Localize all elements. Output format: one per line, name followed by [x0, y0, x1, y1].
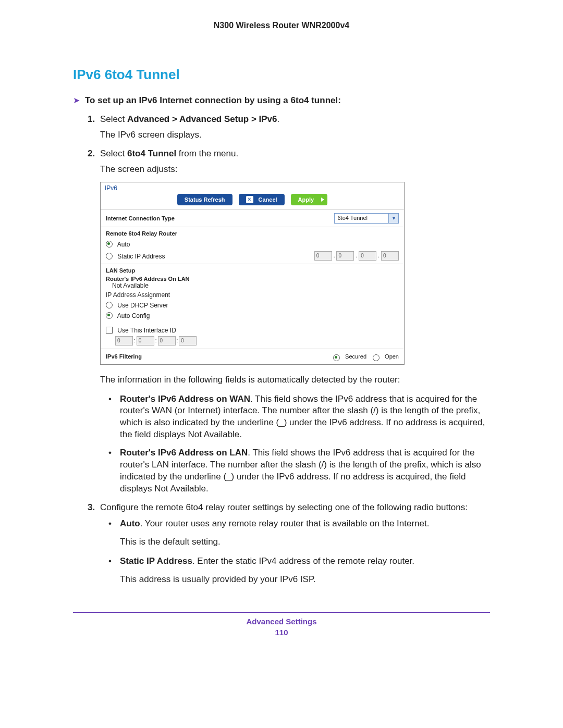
step-1: 1. Select Advanced > Advanced Setup > IP… — [88, 113, 490, 126]
step-number: 3. — [88, 501, 100, 514]
chevron-down-icon: ▾ — [388, 214, 398, 223]
intro-text: To set up an IPv6 Internet connection by… — [85, 95, 341, 106]
ip-octet-2[interactable]: 0 — [336, 251, 354, 261]
section-title: IPv6 6to4 Tunnel — [73, 67, 490, 83]
step1-bold: Advanced > Advanced Setup > IPv6 — [127, 114, 277, 124]
step1-sub: The IPv6 screen displays. — [100, 130, 490, 140]
step2-bold: 6to4 Tunnel — [127, 149, 176, 158]
apply-button[interactable]: Apply — [291, 194, 328, 205]
relay-static-label: Static IP Address — [117, 253, 165, 260]
after-panel-text: The information in the following fields … — [100, 374, 490, 386]
close-icon: × — [246, 196, 253, 203]
bullet-icon: • — [108, 393, 120, 441]
static-bold: Static IP Address — [120, 556, 192, 566]
step-number: 1. — [88, 113, 100, 126]
bullet-icon: • — [108, 518, 120, 530]
bullet-icon: • — [108, 447, 120, 495]
filter-open-label: Open — [385, 353, 399, 360]
chevron-right-icon — [321, 198, 324, 202]
ip-octet-1[interactable]: 0 — [314, 251, 332, 261]
bullet-icon: • — [108, 556, 120, 567]
iid-3[interactable]: 0 — [158, 336, 176, 346]
apply-label: Apply — [298, 196, 314, 203]
list-item: • Auto. Your router uses any remote rela… — [108, 518, 490, 530]
ip-octet-4[interactable]: 0 — [381, 251, 399, 261]
list-item: • Router's IPv6 Address on LAN. This fie… — [108, 447, 490, 495]
auto-sub: This is the default setting. — [120, 536, 490, 548]
relay-auto-label: Auto — [117, 241, 130, 248]
step1-pre: Select — [100, 114, 127, 124]
doc-header: N300 Wireless Router WNR2000v4 — [73, 21, 490, 30]
bullet-arrow-icon: ➤ — [73, 96, 80, 105]
lan-addr-bold: Router's IPv6 Address on LAN — [120, 448, 248, 458]
conn-type-select[interactable]: 6to4 Tunnel ▾ — [334, 213, 399, 224]
use-interface-id-checkbox[interactable] — [106, 327, 113, 334]
list-item: • Static IP Address. Enter the static IP… — [108, 556, 490, 567]
footer-page-number: 110 — [73, 628, 490, 637]
static-sub: This address is usually provided by your… — [120, 574, 490, 586]
ip-assign-label: IP Address Assignment — [106, 291, 399, 299]
step2-post: from the menu. — [176, 149, 238, 158]
lan-header: LAN Setup — [106, 267, 399, 274]
use-interface-id-label: Use This Interface ID — [117, 327, 176, 334]
footer-rule — [73, 612, 490, 613]
relay-auto-radio[interactable] — [106, 241, 113, 248]
auto-bold: Auto — [120, 519, 140, 528]
wan-addr-bold: Router's IPv6 Address on WAN — [120, 394, 250, 404]
conn-type-label: Internet Connection Type — [106, 215, 175, 221]
relay-header: Remote 6to4 Relay Router — [106, 230, 399, 237]
filter-secured-radio[interactable] — [333, 354, 340, 361]
lan-ipv6-addr-value: Not Available — [112, 282, 399, 289]
step2-pre: Select — [100, 149, 127, 158]
footer-section: Advanced Settings — [73, 617, 490, 626]
ipv6-filtering-label: IPv6 Filtering — [106, 353, 142, 360]
autoconfig-radio[interactable] — [106, 312, 113, 319]
relay-static-ip[interactable]: 0. 0. 0. 0 — [314, 251, 399, 261]
router-ui-panel: IPv6 Status Refresh × Cancel Apply Inter… — [100, 182, 405, 365]
filter-open-radio[interactable] — [373, 354, 380, 361]
interface-id-input[interactable]: 0: 0: 0: 0 — [115, 336, 197, 346]
autoconfig-label: Auto Config — [117, 312, 150, 319]
step-3: 3. Configure the remote 6to4 relay route… — [88, 501, 490, 514]
dhcp-radio[interactable] — [106, 302, 113, 309]
ip-octet-3[interactable]: 0 — [359, 251, 376, 261]
conn-type-value: 6to4 Tunnel — [335, 214, 389, 223]
step3-text: Configure the remote 6to4 relay router s… — [100, 501, 468, 514]
step2-sub: The screen adjusts: — [100, 164, 490, 175]
step1-post: . — [277, 114, 280, 124]
cancel-button[interactable]: × Cancel — [239, 194, 285, 205]
step-number: 2. — [88, 147, 100, 160]
cancel-label: Cancel — [259, 196, 277, 203]
static-text: . Enter the static IPv4 address of the r… — [192, 556, 414, 566]
status-refresh-button[interactable]: Status Refresh — [177, 194, 232, 205]
iid-4[interactable]: 0 — [179, 336, 197, 346]
panel-title: IPv6 — [101, 182, 404, 192]
auto-text: . Your router uses any remote relay rout… — [140, 519, 430, 528]
iid-2[interactable]: 0 — [137, 336, 154, 346]
iid-1[interactable]: 0 — [115, 336, 133, 346]
filter-secured-label: Secured — [345, 353, 366, 360]
step-2: 2. Select 6to4 Tunnel from the menu. — [88, 147, 490, 160]
list-item: • Router's IPv6 Address on WAN. This fie… — [108, 393, 490, 441]
lan-ipv6-addr-label: Router's IPv6 Address On LAN — [106, 276, 399, 282]
dhcp-label: Use DHCP Server — [117, 302, 168, 309]
relay-static-radio[interactable] — [106, 253, 113, 260]
